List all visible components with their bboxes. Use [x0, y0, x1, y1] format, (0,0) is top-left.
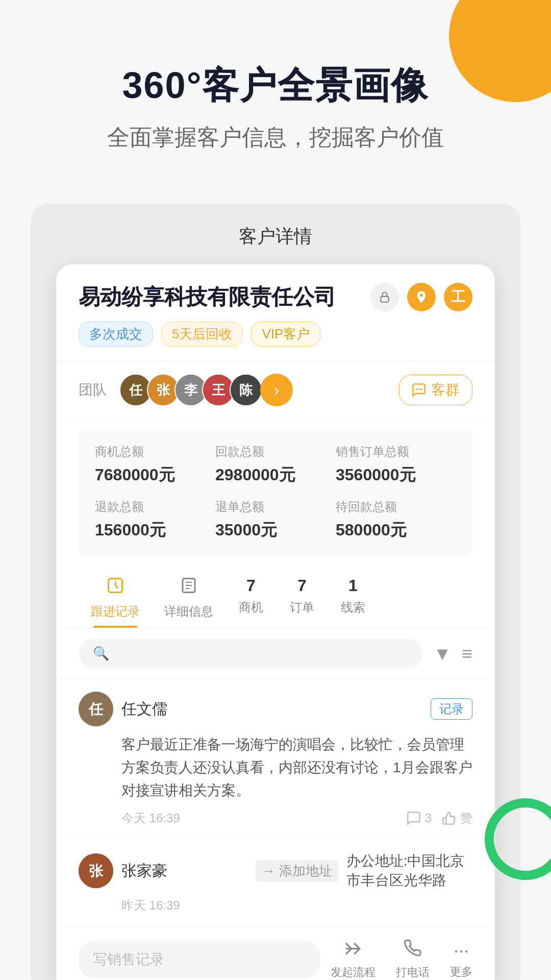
company-icons: 工 — [370, 283, 472, 311]
phone-card-area: 客户详情 易动纷享科技有限责任公司 — [31, 204, 520, 980]
stat-huikuan-value: 2980000元 — [215, 464, 336, 486]
write-record-input[interactable]: 写销售记录 — [79, 941, 320, 978]
page-subtitle: 全面掌握客户信息，挖掘客户价值 — [31, 122, 520, 153]
stat-daihuikuan: 待回款总额 580000元 — [336, 499, 456, 542]
feed-time-1: 今天 16:39 — [121, 810, 396, 826]
tab-genjin-label: 跟进记录 — [91, 603, 140, 620]
tab-nav: 跟进记录 详细信息 7 商机 7 订单 1 线 — [56, 566, 495, 628]
feed-item-1: 任 任文儒 记录 客户最近正准备一场海宁的演唱会，比较忙，会员管理方案负责人还没… — [56, 679, 495, 839]
feed-avatar-1: 任 — [79, 692, 113, 726]
company-name: 易动纷享科技有限责任公司 — [79, 283, 336, 311]
comment-count: 3 — [425, 811, 432, 825]
feed-address-2: 办公地址:中国北京市丰台区光华路 — [346, 851, 472, 890]
bg-card: 客户详情 易动纷享科技有限责任公司 — [31, 204, 520, 980]
launch-flow-btn[interactable]: 发起流程 — [331, 939, 375, 980]
location-icon-btn[interactable] — [407, 283, 436, 311]
stat-tuidan: 退单总额 35000元 — [215, 499, 336, 542]
stat-shangji-label: 商机总额 — [95, 444, 215, 460]
tag-duoci: 多次成交 — [79, 322, 153, 347]
bg-card-title: 客户详情 — [56, 224, 495, 264]
avatar-5: 陈 — [230, 374, 262, 406]
search-row: 🔍 ▼ ≡ — [56, 628, 495, 679]
svg-rect-0 — [381, 297, 388, 302]
tab-shangji-count: 7 — [246, 576, 256, 595]
stat-daihuikuan-value: 580000元 — [336, 519, 456, 542]
tab-dingdan[interactable]: 7 订单 — [277, 566, 328, 628]
svg-point-12 — [416, 388, 418, 390]
like-label: 赞 — [460, 810, 472, 826]
tag-5days: 5天后回收 — [161, 322, 243, 347]
record-tag-1: 记录 — [431, 698, 472, 720]
tab-xiansuo[interactable]: 1 线索 — [328, 566, 379, 628]
feed-name-2: 张家豪 — [121, 861, 247, 881]
stat-tuikuan-value: 156000元 — [95, 519, 215, 542]
svg-text:张: 张 — [157, 382, 170, 398]
tag-vip: VIP客户 — [251, 322, 320, 347]
tab-shangji[interactable]: 7 商机 — [226, 566, 277, 628]
more-btn[interactable]: ··· 更多 — [450, 940, 472, 979]
feed-action-tag-2: → 添加地址 — [256, 860, 338, 882]
feed-footer-1: 今天 16:39 3 赞 — [79, 810, 472, 826]
avatars-row: 任 张 李 王 陈 › — [119, 374, 293, 406]
feed-avatar-2: 张 — [79, 853, 113, 888]
feed-name-1: 任文儒 — [121, 699, 422, 720]
tab-xiansuo-count: 1 — [348, 576, 358, 595]
stats-grid: 商机总额 7680000元 回款总额 2980000元 销售订单总额 35600… — [79, 429, 472, 556]
feed-like-action[interactable]: 赞 — [442, 810, 472, 826]
tab-xiangxi-label: 详细信息 — [164, 603, 213, 620]
call-label: 打电话 — [396, 965, 430, 980]
svg-text:陈: 陈 — [239, 382, 253, 398]
feed-header-1: 任 任文儒 记录 — [79, 692, 472, 726]
feed-time-2: 昨天 16:39 — [79, 897, 472, 914]
tab-xiangxi[interactable]: 详细信息 — [152, 566, 226, 628]
launch-flow-icon — [343, 939, 363, 962]
stat-shangji-value: 7680000元 — [95, 464, 215, 486]
feed-item-2: 张 张家豪 → 添加地址 办公地址:中国北京市丰台区光华路 昨天 16:39 — [56, 839, 495, 926]
feed-comment-action[interactable]: 3 — [407, 811, 432, 825]
stat-xiaoshou-value: 3560000元 — [336, 464, 456, 486]
stat-huikuan-label: 回款总额 — [215, 444, 336, 460]
svg-text:任: 任 — [129, 382, 143, 398]
tab-genjin[interactable]: 跟进记录 — [79, 566, 152, 628]
bottom-actions: 发起流程 打电话 ··· 更多 — [331, 939, 472, 980]
svg-point-1 — [420, 294, 423, 297]
svg-text:王: 王 — [212, 382, 226, 398]
svg-point-14 — [420, 388, 422, 390]
stat-xiaoshou: 销售订单总额 3560000元 — [336, 444, 456, 486]
filter-icon[interactable]: ▼ — [433, 643, 452, 665]
sort-icon[interactable]: ≡ — [462, 643, 472, 665]
call-icon — [404, 939, 422, 962]
tab-dingdan-count: 7 — [297, 576, 307, 595]
stat-huikuan: 回款总额 2980000元 — [215, 444, 336, 486]
stat-xiaoshou-label: 销售订单总额 — [336, 444, 456, 460]
stat-tuikuan-label: 退款总额 — [95, 499, 215, 515]
tab-dingdan-label: 订单 — [290, 599, 314, 616]
company-top-row: 易动纷享科技有限责任公司 — [79, 283, 472, 311]
stat-tuidan-value: 35000元 — [215, 519, 336, 542]
bottom-bar: 写销售记录 发起流程 打电话 — [56, 926, 495, 980]
more-icon: ··· — [454, 940, 469, 961]
more-label: 更多 — [450, 964, 472, 979]
tags-row: 多次成交 5天后回收 VIP客户 — [79, 322, 472, 347]
tab-xiangxi-icon — [180, 576, 198, 599]
stat-daihuikuan-label: 待回款总额 — [336, 499, 456, 515]
stat-shangji: 商机总额 7680000元 — [95, 444, 215, 486]
kequn-button[interactable]: 客群 — [399, 375, 472, 405]
search-input-wrap[interactable]: 🔍 — [79, 639, 423, 669]
feed-content-1: 客户最近正准备一场海宁的演唱会，比较忙，会员管理方案负责人还没认真看，内部还没有… — [79, 733, 472, 802]
page-title: 360°客户全景画像 — [31, 61, 520, 110]
main-card: 易动纷享科技有限责任公司 — [56, 264, 495, 980]
avatar-more-btn[interactable]: › — [260, 374, 293, 406]
svg-point-13 — [418, 388, 420, 390]
tab-genjin-icon — [106, 576, 124, 599]
stat-tuikuan: 退款总额 156000元 — [95, 499, 215, 542]
search-icon: 🔍 — [93, 646, 109, 662]
stat-tuidan-label: 退单总额 — [215, 499, 336, 515]
write-record-placeholder: 写销售记录 — [93, 951, 164, 967]
svg-text:任: 任 — [88, 701, 104, 717]
call-btn[interactable]: 打电话 — [396, 939, 430, 980]
work-icon-btn[interactable]: 工 — [444, 283, 472, 311]
company-header: 易动纷享科技有限责任公司 — [56, 264, 495, 361]
tab-xiansuo-label: 线索 — [341, 599, 365, 616]
lock-icon-btn[interactable] — [370, 283, 399, 311]
